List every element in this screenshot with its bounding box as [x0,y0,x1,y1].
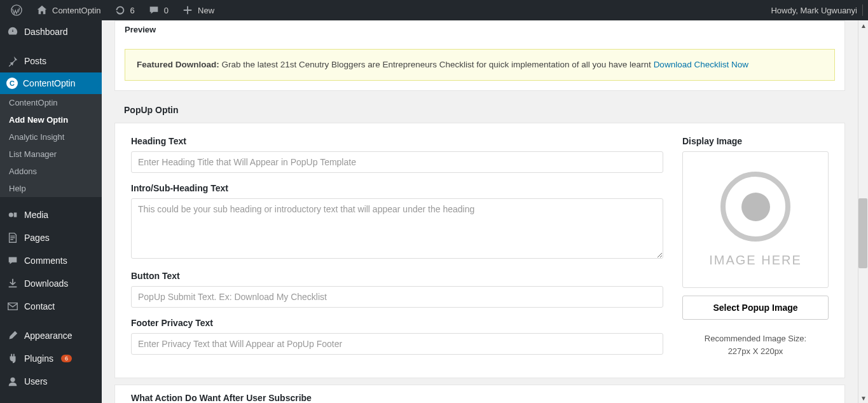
comment-icon [148,4,160,17]
menu-label: Dashboard [24,27,68,37]
site-name-link[interactable]: ContentOptin [31,0,106,20]
admin-sidebar: Dashboard Posts C ContentOptin ContentOp… [0,20,102,403]
menu-label: Downloads [24,278,68,289]
menu-comments[interactable]: Comments [0,249,102,272]
menu-posts[interactable]: Posts [0,50,102,72]
button-text-label: Button Text [131,271,663,281]
menu-label: Posts [24,56,46,66]
pin-icon [6,55,19,67]
page-scrollbar[interactable]: ▲ ▼ [858,20,868,403]
plus-icon [181,4,194,17]
featured-label: Featured Download: [137,60,219,69]
svg-point-2 [10,378,15,382]
menu-label: ContentOptin [23,78,76,88]
menu-label: Comments [24,256,67,266]
featured-link[interactable]: Download Checklist Now [654,60,748,69]
button-text-input[interactable] [131,286,663,308]
main-content: Preview Featured Download: Grab the late… [102,20,858,403]
media-icon [6,208,19,221]
recommended-size-text: Recommended Image Size: 227px X 220px [682,332,829,357]
image-here-text: IMAGE HERE [709,253,802,268]
footer-privacy-label: Footer Privacy Text [131,318,663,328]
footer-privacy-input[interactable] [131,333,663,355]
submenu-help[interactable]: Help [0,180,102,197]
image-placeholder: IMAGE HERE [682,151,829,288]
menu-contact[interactable]: Contact [0,295,102,318]
menu-media[interactable]: Media [0,203,102,226]
scroll-up-arrow[interactable]: ▲ [858,20,868,31]
action-after-subscribe-heading: What Action Do Want After User Subscribe [114,385,845,403]
updates-link[interactable]: 6 [109,0,140,20]
scroll-thumb[interactable] [858,198,867,268]
scroll-down-arrow[interactable]: ▼ [858,393,868,403]
comments-count: 0 [164,6,169,15]
plugins-badge: 6 [61,355,72,362]
heading-text-input[interactable] [131,151,663,173]
brush-icon [6,329,19,342]
menu-contentoptin[interactable]: C ContentOptin [0,72,102,94]
admin-bar-left: ContentOptin 6 0 New [5,0,219,20]
intro-text-input[interactable] [131,198,663,259]
contentoptin-icon: C [6,78,18,89]
display-image-label: Display Image [682,136,829,146]
home-icon [36,4,48,17]
menu-dashboard[interactable]: Dashboard [0,20,102,43]
menu-label: Media [24,210,48,220]
comments-link[interactable]: 0 [142,0,174,20]
menu-label: Pages [24,233,50,243]
menu-label: Users [24,376,48,386]
menu-users[interactable]: Users [0,370,102,393]
intro-text-label: Intro/Sub-Heading Text [131,183,663,193]
site-name: ContentOptin [52,6,101,15]
howdy-text: Howdy, Mark Ugwuanyi [771,6,857,15]
submenu-list-manager[interactable]: List Manager [0,146,102,163]
select-popup-image-button[interactable]: Select Popup Image [682,296,829,320]
menu-label: Plugins [24,353,53,364]
menu-pages[interactable]: Pages [0,226,102,249]
download-icon [6,277,19,290]
featured-text: Grab the latest 21st Cenutry Bloggers ar… [219,60,654,69]
menu-label: Contact [24,301,55,311]
submenu-contentoptin: ContentOptin Add New Optin Analytic Insi… [0,94,102,197]
menu-plugins[interactable]: Plugins 6 [0,347,102,370]
refresh-icon [114,4,127,17]
menu-downloads[interactable]: Downloads [0,272,102,295]
new-link[interactable]: New [176,0,219,20]
menu-appearance[interactable]: Appearance [0,324,102,347]
submenu-contentoptin-main[interactable]: ContentOptin [0,94,102,111]
comment-icon [6,254,19,267]
wp-logo[interactable] [5,0,28,20]
admin-bar: ContentOptin 6 0 New Howdy, Mark Ugwuany… [0,0,868,20]
popup-optin-title: PopUp Optin [114,97,845,123]
updates-count: 6 [130,6,135,15]
preview-panel-title: Preview [115,21,844,39]
heading-text-label: Heading Text [131,136,663,146]
submenu-add-new-optin[interactable]: Add New Optin [0,111,102,128]
menu-label: Appearance [24,331,72,341]
svg-point-1 [9,212,13,217]
popup-optin-form: Heading Text Intro/Sub-Heading Text Butt… [114,123,845,378]
page-icon [6,231,19,244]
wordpress-icon [10,4,23,17]
submenu-addons[interactable]: Addons [0,163,102,180]
dashboard-icon [6,25,19,38]
placeholder-circle-icon [720,172,790,242]
user-icon [6,375,19,388]
submenu-analytic-insight[interactable]: Analytic Insight [0,128,102,146]
featured-download-box: Featured Download: Grab the latest 21st … [125,49,835,81]
user-greeting[interactable]: Howdy, Mark Ugwuanyi [771,4,863,16]
new-label: New [198,6,214,15]
mail-icon [6,300,19,313]
plug-icon [6,352,19,365]
